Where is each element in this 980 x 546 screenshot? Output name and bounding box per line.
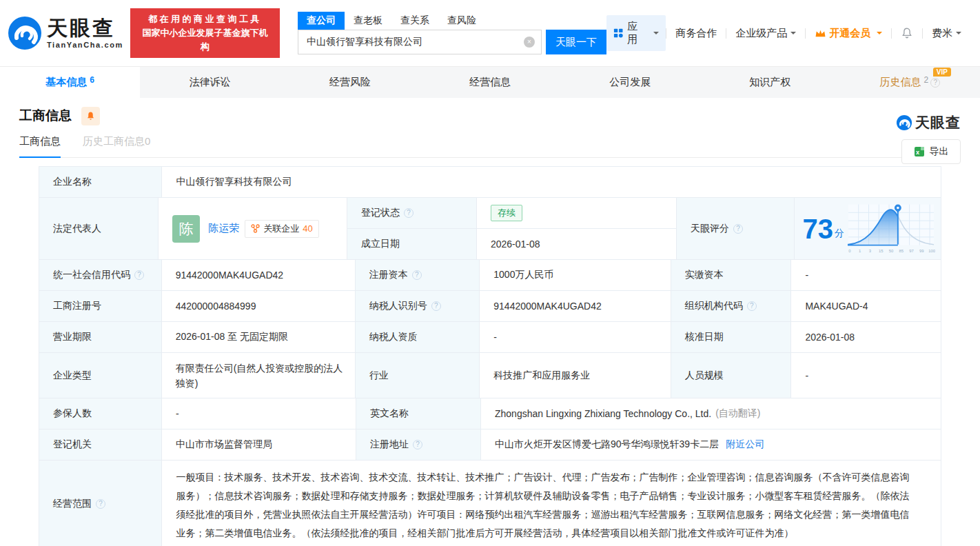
svg-text:99: 99 xyxy=(919,249,924,253)
field-label: 营业期限 xyxy=(39,322,162,353)
subtab-business-info[interactable]: 工商信息 xyxy=(19,135,61,148)
svg-text:x: x xyxy=(915,149,919,156)
table-row: 企业类型 有限责任公司(自然人投资或控股的法人独资) 行业 科技推广和应用服务业… xyxy=(39,353,941,398)
search-tab-risk[interactable]: 查风险 xyxy=(438,12,485,30)
tab-company-development[interactable]: 公司发展 xyxy=(560,67,700,98)
svg-text:1: 1 xyxy=(859,249,861,253)
search-tab-company[interactable]: 查公司 xyxy=(298,12,345,30)
field-label: 人员规模 xyxy=(671,353,792,398)
reg-number-value: 442000004884999 xyxy=(162,291,356,322)
search-button[interactable]: 天眼一下 xyxy=(546,30,606,54)
field-label: 工商注册号 xyxy=(39,291,162,322)
label-text: 登记状态 xyxy=(361,207,400,219)
tab-legal-litigation[interactable]: 法律诉讼 xyxy=(140,67,280,98)
tianyancha-logo[interactable]: 天眼查 TianYanCha.com xyxy=(7,15,123,51)
tab-label: 基本信息 xyxy=(45,76,87,89)
org-network-icon xyxy=(251,224,260,233)
english-name-cell: Zhongshan Lingxing Zhixiang Technology C… xyxy=(481,398,941,429)
avatar[interactable]: 陈 xyxy=(172,215,200,243)
help-icon[interactable]: ? xyxy=(413,440,422,449)
sub-tab-bar: 工商信息 历史工商信息0 xyxy=(19,135,961,158)
help-icon[interactable]: ? xyxy=(96,499,105,509)
chevron-down-icon xyxy=(956,32,961,37)
tab-basic-info[interactable]: 基本信息 6 xyxy=(0,67,140,98)
table-row: 营业期限 2026-01-08 至 无固定期限 纳税人资质 - 核准日期 202… xyxy=(39,322,941,353)
business-scope-value: 一般项目：技术服务、技术开发、技术咨询、技术交流、技术转让、技术推广；广告设计、… xyxy=(176,461,930,546)
approval-date-value: 2026-01-08 xyxy=(791,322,941,353)
score-distribution-chart: 0 1 3 15 50 85 97 99 100 xyxy=(847,203,935,255)
monitor-bell-button[interactable] xyxy=(81,107,100,125)
field-label: 法定代表人 xyxy=(39,198,159,260)
credit-code-value: 91442000MAK4UGAD42 xyxy=(162,260,356,291)
field-label: 注册地址 ? xyxy=(356,429,481,461)
username: 费米 xyxy=(932,27,952,40)
svg-text:0: 0 xyxy=(848,249,851,253)
field-label: 纳税人识别号 ? xyxy=(356,291,480,322)
nav-open-vip[interactable]: 开通会员 xyxy=(806,27,891,40)
table-row: 工商注册号 442000004884999 纳税人识别号 ? 91442000M… xyxy=(39,291,941,322)
search-tab-boss[interactable]: 查老板 xyxy=(345,12,391,30)
company-type-value: 有限责任公司(自然人投资或控股的法人独资) xyxy=(162,353,356,398)
help-icon[interactable]: ? xyxy=(134,270,144,280)
clear-search-icon[interactable]: × xyxy=(524,37,535,48)
slogan-line2: 国家中小企业发展子基金旗下机构 xyxy=(139,26,272,54)
help-icon[interactable]: ? xyxy=(747,301,757,311)
tab-label: 知识产权 xyxy=(749,76,790,89)
label-text: 天眼评分 xyxy=(691,223,729,235)
logo-title: 天眼查 xyxy=(47,17,123,39)
tianyan-score-cell[interactable]: 73 分 xyxy=(795,198,942,260)
export-label: 导出 xyxy=(930,145,949,158)
section-title: 工商信息 xyxy=(19,107,72,125)
user-menu[interactable]: 费米 xyxy=(923,27,970,40)
related-label: 关联企业 xyxy=(263,223,299,235)
org-code-value: MAK4UGAD-4 xyxy=(791,291,941,322)
nearby-companies-link[interactable]: 附近公司 xyxy=(726,438,764,451)
notifications-button[interactable] xyxy=(892,27,922,39)
apps-menu[interactable]: 应用 xyxy=(606,15,666,51)
related-companies-badge[interactable]: 关联企业 40 xyxy=(245,220,318,238)
tab-history-info[interactable]: VIP 历史信息 2 ? xyxy=(840,67,980,98)
reg-authority-value: 中山市市场监督管理局 xyxy=(162,429,356,461)
tab-label: 公司发展 xyxy=(609,76,651,89)
help-icon[interactable]: ? xyxy=(404,208,414,218)
svg-text:100: 100 xyxy=(928,249,935,253)
export-button[interactable]: x 导出 xyxy=(901,139,961,164)
help-icon[interactable]: ? xyxy=(733,224,743,234)
nav-enterprise-products[interactable]: 企业级产品 xyxy=(726,27,805,40)
chevron-down-icon xyxy=(653,32,659,37)
field-label: 组织机构代码 ? xyxy=(671,291,792,322)
field-label: 行业 xyxy=(356,353,480,398)
search-tabs: 查公司 查老板 查关系 查风险 xyxy=(298,12,606,30)
search-input[interactable] xyxy=(298,30,542,54)
tab-business-risk[interactable]: 经营风险 xyxy=(280,67,420,98)
field-label: 成立日期 xyxy=(347,229,477,260)
tab-intellectual-property[interactable]: 知识产权 xyxy=(700,67,840,98)
notification-bell-icon xyxy=(901,27,913,39)
help-icon[interactable]: ? xyxy=(431,301,441,311)
label-text: 纳税人识别号 xyxy=(369,300,427,312)
search-tab-relation[interactable]: 查关系 xyxy=(391,12,438,30)
help-icon[interactable]: ? xyxy=(412,270,422,280)
tab-business-info[interactable]: 经营信息 xyxy=(420,67,560,98)
business-info-section: 工商信息 天眼查 工商信息 历史工商信息0 x 导出 企业名称 xyxy=(0,105,980,546)
label-text: 注册资本 xyxy=(369,269,408,281)
help-icon[interactable]: ? xyxy=(930,78,940,88)
subtab-history-business-info[interactable]: 历史工商信息0 xyxy=(83,135,150,148)
label-text: 注册地址 xyxy=(370,438,409,451)
field-label: 统一社会信用代码 ? xyxy=(39,260,162,291)
score-unit: 分 xyxy=(835,228,844,240)
crown-icon xyxy=(815,28,826,39)
excel-icon: x xyxy=(914,146,925,157)
apps-grid-icon xyxy=(613,28,623,39)
field-label: 企业名称 xyxy=(39,167,162,198)
company-name-value: 中山领行智享科技有限公司 xyxy=(162,167,941,198)
nav-cooperation[interactable]: 商务合作 xyxy=(666,27,726,40)
chevron-down-icon xyxy=(877,32,882,37)
legal-rep-link[interactable]: 陈运荣 xyxy=(208,222,239,235)
tianyancha-logo-icon xyxy=(7,15,43,51)
auto-translate-note: (自动翻译) xyxy=(715,407,760,420)
field-label: 英文名称 xyxy=(356,398,481,429)
reg-address-cell: 中山市火炬开发区博爱七路90号华鸿璟悦轩39卡二层 附近公司 xyxy=(481,429,941,461)
score-value: 73 xyxy=(803,215,834,243)
reg-capital-value: 1000万人民币 xyxy=(480,260,671,291)
